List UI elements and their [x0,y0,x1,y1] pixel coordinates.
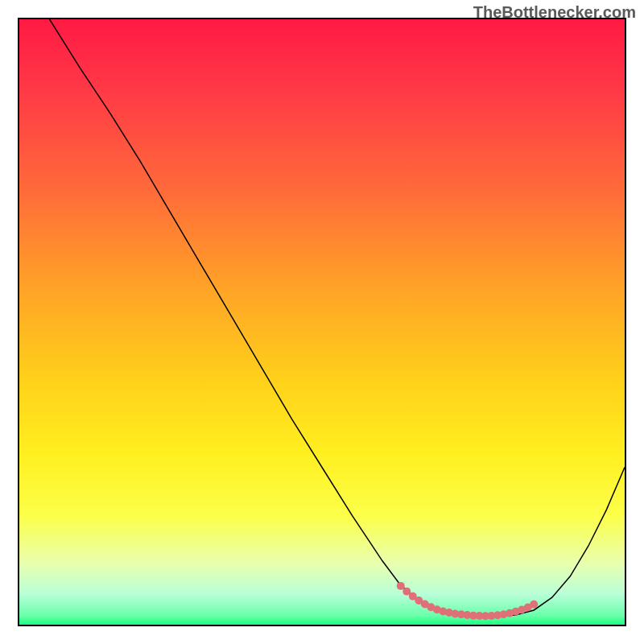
svg-rect-0 [19,19,625,625]
watermark-text: TheBottlenecker.com [473,3,636,22]
gradient-background [19,19,625,625]
chart-panel [18,18,626,626]
